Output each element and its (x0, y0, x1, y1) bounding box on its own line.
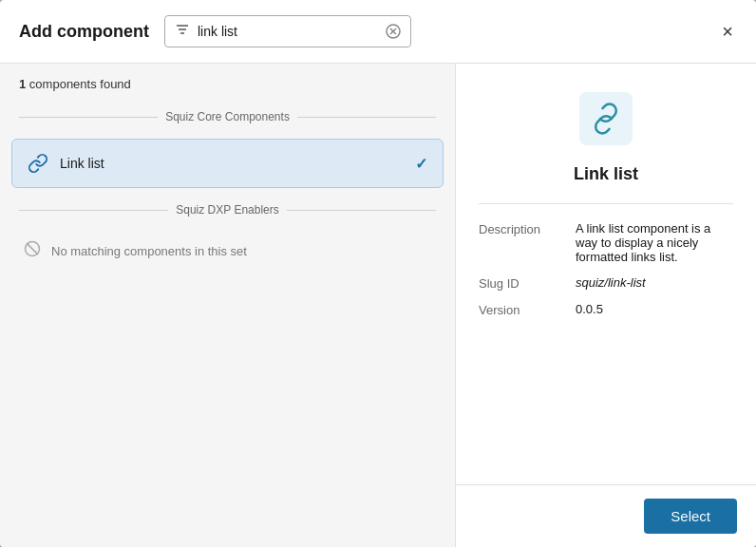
ban-icon (23, 239, 42, 263)
slug-label: Slug ID (479, 275, 564, 291)
svg-rect-8 (579, 92, 633, 145)
description-label: Description (479, 221, 564, 236)
section-label-dxp: Squiz DXP Enablers (176, 203, 279, 217)
filter-icon (175, 22, 190, 41)
section-label-core: Squiz Core Components (165, 110, 290, 123)
modal-body: 1 components found Squiz Core Components (0, 64, 756, 547)
selected-check-icon: ✓ (415, 155, 427, 173)
section-squiz-core: Squiz Core Components (0, 101, 455, 133)
select-button[interactable]: Select (644, 499, 737, 534)
version-value: 0.0.5 (576, 302, 733, 316)
clear-search-button[interactable] (386, 24, 401, 39)
detail-footer: Select (456, 484, 756, 547)
right-panel: Link list Description A link list compon… (456, 64, 756, 547)
component-item-link-list[interactable]: Link list ✓ (11, 139, 444, 188)
detail-row-version: Version 0.0.5 (479, 302, 733, 317)
divider-right-dxp (287, 210, 436, 211)
link-list-icon (28, 153, 48, 174)
description-value: A link list component is a way to displa… (576, 221, 733, 264)
search-input[interactable] (198, 24, 378, 39)
modal-header: Add component (0, 0, 756, 64)
close-modal-button[interactable]: × (718, 18, 737, 45)
detail-divider (479, 203, 733, 204)
component-item-label: Link list (60, 156, 404, 171)
version-label: Version (479, 302, 564, 317)
slug-value: squiz/link-list (576, 275, 733, 290)
section-squiz-dxp: Squiz DXP Enablers (0, 194, 455, 226)
results-count: 1 components found (0, 64, 455, 101)
divider-left-dxp (19, 210, 168, 211)
divider-left (19, 117, 158, 118)
add-component-modal: Add component (0, 0, 756, 547)
detail-title: Link list (574, 164, 638, 184)
detail-row-description: Description A link list component is a w… (479, 221, 733, 264)
modal-title: Add component (19, 22, 149, 42)
left-panel: 1 components found Squiz Core Components (0, 64, 456, 547)
detail-table: Description A link list component is a w… (479, 221, 733, 329)
detail-component-icon (579, 92, 633, 149)
search-bar (164, 15, 411, 47)
no-match-message: No matching components in this set (0, 226, 455, 276)
detail-content: Link list Description A link list compon… (456, 64, 756, 484)
divider-right (297, 117, 436, 118)
detail-row-slug: Slug ID squiz/link-list (479, 275, 733, 291)
no-match-text: No matching components in this set (51, 244, 247, 258)
svg-line-7 (27, 243, 38, 255)
